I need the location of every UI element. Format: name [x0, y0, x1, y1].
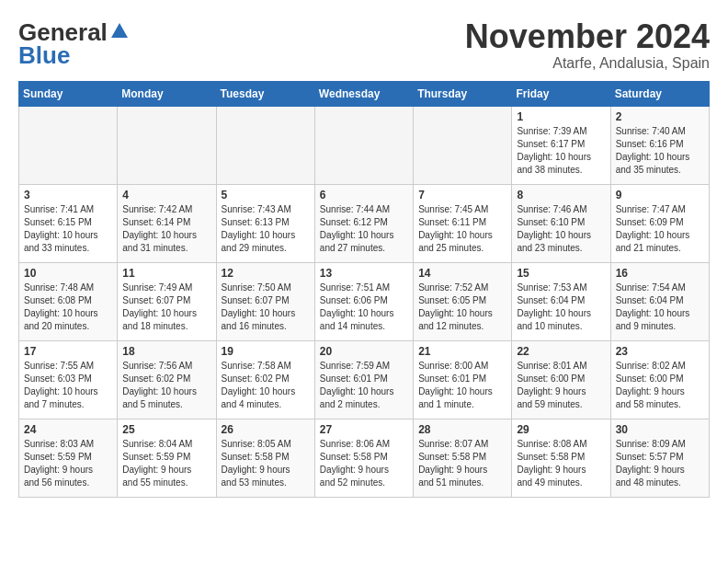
calendar-cell: 22Sunrise: 8:01 AM Sunset: 6:00 PM Dayli… — [512, 340, 610, 419]
day-number: 9 — [616, 189, 704, 201]
calendar-cell: 24Sunrise: 8:03 AM Sunset: 5:59 PM Dayli… — [19, 419, 118, 497]
cell-content: Sunrise: 7:47 AM Sunset: 6:09 PM Dayligh… — [616, 203, 704, 255]
cell-content: Sunrise: 7:51 AM Sunset: 6:06 PM Dayligh… — [320, 282, 408, 333]
calendar-cell: 8Sunrise: 7:46 AM Sunset: 6:10 PM Daylig… — [512, 184, 610, 262]
day-number: 18 — [122, 345, 210, 358]
calendar-cell: 30Sunrise: 8:09 AM Sunset: 5:57 PM Dayli… — [610, 419, 709, 497]
cell-content: Sunrise: 8:06 AM Sunset: 5:58 PM Dayligh… — [320, 438, 408, 489]
day-number: 22 — [517, 345, 605, 358]
cell-content: Sunrise: 8:01 AM Sunset: 6:00 PM Dayligh… — [517, 360, 605, 411]
calendar-cell: 15Sunrise: 7:53 AM Sunset: 6:04 PM Dayli… — [512, 262, 610, 340]
calendar-cell: 26Sunrise: 8:05 AM Sunset: 5:58 PM Dayli… — [216, 419, 314, 497]
calendar-cell: 29Sunrise: 8:08 AM Sunset: 5:58 PM Dayli… — [512, 419, 610, 497]
calendar-cell — [314, 106, 413, 184]
cell-content: Sunrise: 7:48 AM Sunset: 6:08 PM Dayligh… — [24, 282, 112, 333]
calendar-cell: 3Sunrise: 7:41 AM Sunset: 6:15 PM Daylig… — [19, 184, 118, 262]
calendar-cell: 13Sunrise: 7:51 AM Sunset: 6:06 PM Dayli… — [314, 262, 413, 340]
day-number: 16 — [616, 267, 704, 280]
month-title: November 2024 — [465, 18, 710, 55]
day-number: 29 — [517, 423, 605, 436]
cell-content: Sunrise: 8:04 AM Sunset: 5:59 PM Dayligh… — [122, 438, 210, 489]
calendar-cell: 27Sunrise: 8:06 AM Sunset: 5:58 PM Dayli… — [314, 419, 413, 497]
calendar-cell: 25Sunrise: 8:04 AM Sunset: 5:59 PM Dayli… — [118, 419, 216, 497]
calendar-cell — [118, 106, 216, 184]
day-number: 19 — [222, 345, 310, 358]
calendar-cell: 9Sunrise: 7:47 AM Sunset: 6:09 PM Daylig… — [610, 184, 709, 262]
cell-content: Sunrise: 8:02 AM Sunset: 6:00 PM Dayligh… — [616, 360, 704, 411]
calendar-cell: 20Sunrise: 7:59 AM Sunset: 6:01 PM Dayli… — [314, 340, 413, 419]
cell-content: Sunrise: 7:53 AM Sunset: 6:04 PM Dayligh… — [517, 282, 605, 333]
cell-content: Sunrise: 7:43 AM Sunset: 6:13 PM Dayligh… — [222, 203, 310, 255]
calendar-cell: 12Sunrise: 7:50 AM Sunset: 6:07 PM Dayli… — [216, 262, 314, 340]
day-number: 20 — [320, 345, 408, 358]
cell-content: Sunrise: 7:49 AM Sunset: 6:07 PM Dayligh… — [122, 282, 210, 333]
calendar-cell: 16Sunrise: 7:54 AM Sunset: 6:04 PM Dayli… — [610, 262, 709, 340]
day-number: 12 — [222, 267, 310, 280]
cell-content: Sunrise: 7:46 AM Sunset: 6:10 PM Dayligh… — [517, 203, 605, 255]
calendar-cell: 28Sunrise: 8:07 AM Sunset: 5:58 PM Dayli… — [414, 419, 512, 497]
calendar-cell — [216, 106, 314, 184]
col-header-wednesday: Wednesday — [314, 81, 413, 106]
col-header-saturday: Saturday — [610, 81, 709, 106]
day-number: 27 — [320, 423, 408, 436]
cell-content: Sunrise: 7:41 AM Sunset: 6:15 PM Dayligh… — [24, 203, 112, 255]
calendar-cell: 7Sunrise: 7:45 AM Sunset: 6:11 PM Daylig… — [414, 184, 512, 262]
cell-content: Sunrise: 7:39 AM Sunset: 6:17 PM Dayligh… — [517, 125, 605, 177]
day-number: 28 — [418, 423, 506, 436]
cell-content: Sunrise: 7:59 AM Sunset: 6:01 PM Dayligh… — [320, 360, 408, 411]
cell-content: Sunrise: 7:40 AM Sunset: 6:16 PM Dayligh… — [616, 125, 704, 177]
cell-content: Sunrise: 7:54 AM Sunset: 6:04 PM Dayligh… — [616, 282, 704, 333]
col-header-tuesday: Tuesday — [216, 81, 314, 106]
calendar-table: SundayMondayTuesdayWednesdayThursdayFrid… — [18, 81, 710, 498]
day-number: 24 — [24, 423, 112, 436]
calendar-cell: 1Sunrise: 7:39 AM Sunset: 6:17 PM Daylig… — [512, 106, 610, 184]
calendar-cell: 17Sunrise: 7:55 AM Sunset: 6:03 PM Dayli… — [19, 340, 118, 419]
col-header-monday: Monday — [118, 81, 216, 106]
cell-content: Sunrise: 7:58 AM Sunset: 6:02 PM Dayligh… — [222, 360, 310, 411]
calendar-cell: 21Sunrise: 8:00 AM Sunset: 6:01 PM Dayli… — [414, 340, 512, 419]
day-number: 23 — [616, 345, 704, 358]
svg-marker-0 — [111, 23, 128, 38]
cell-content: Sunrise: 8:09 AM Sunset: 5:57 PM Dayligh… — [616, 438, 704, 489]
col-header-sunday: Sunday — [19, 81, 118, 106]
calendar-cell: 19Sunrise: 7:58 AM Sunset: 6:02 PM Dayli… — [216, 340, 314, 419]
day-number: 10 — [24, 267, 112, 280]
calendar-cell: 23Sunrise: 8:02 AM Sunset: 6:00 PM Dayli… — [610, 340, 709, 419]
calendar-cell: 5Sunrise: 7:43 AM Sunset: 6:13 PM Daylig… — [216, 184, 314, 262]
day-number: 11 — [122, 267, 210, 280]
week-row-2: 3Sunrise: 7:41 AM Sunset: 6:15 PM Daylig… — [19, 184, 710, 262]
day-number: 7 — [418, 189, 506, 201]
cell-content: Sunrise: 7:55 AM Sunset: 6:03 PM Dayligh… — [24, 360, 112, 411]
calendar-cell: 14Sunrise: 7:52 AM Sunset: 6:05 PM Dayli… — [414, 262, 512, 340]
cell-content: Sunrise: 8:07 AM Sunset: 5:58 PM Dayligh… — [418, 438, 506, 489]
week-row-5: 24Sunrise: 8:03 AM Sunset: 5:59 PM Dayli… — [19, 419, 710, 497]
cell-content: Sunrise: 8:08 AM Sunset: 5:58 PM Dayligh… — [517, 438, 605, 489]
cell-content: Sunrise: 8:00 AM Sunset: 6:01 PM Dayligh… — [418, 360, 506, 411]
week-row-3: 10Sunrise: 7:48 AM Sunset: 6:08 PM Dayli… — [19, 262, 710, 340]
day-number: 14 — [418, 267, 506, 280]
header-row: SundayMondayTuesdayWednesdayThursdayFrid… — [19, 81, 710, 106]
week-row-4: 17Sunrise: 7:55 AM Sunset: 6:03 PM Dayli… — [19, 340, 710, 419]
day-number: 6 — [320, 189, 408, 201]
location: Atarfe, Andalusia, Spain — [465, 55, 710, 72]
day-number: 26 — [222, 423, 310, 436]
cell-content: Sunrise: 7:52 AM Sunset: 6:05 PM Dayligh… — [418, 282, 506, 333]
cell-content: Sunrise: 8:05 AM Sunset: 5:58 PM Dayligh… — [222, 438, 310, 489]
cell-content: Sunrise: 7:56 AM Sunset: 6:02 PM Dayligh… — [122, 360, 210, 411]
day-number: 3 — [24, 189, 112, 201]
cell-content: Sunrise: 7:44 AM Sunset: 6:12 PM Dayligh… — [320, 203, 408, 255]
day-number: 25 — [122, 423, 210, 436]
day-number: 5 — [222, 189, 310, 201]
calendar-cell: 10Sunrise: 7:48 AM Sunset: 6:08 PM Dayli… — [19, 262, 118, 340]
day-number: 30 — [616, 423, 704, 436]
day-number: 13 — [320, 267, 408, 280]
day-number: 4 — [122, 189, 210, 201]
calendar-cell: 18Sunrise: 7:56 AM Sunset: 6:02 PM Dayli… — [118, 340, 216, 419]
day-number: 17 — [24, 345, 112, 358]
title-block: November 2024 Atarfe, Andalusia, Spain — [465, 18, 710, 72]
calendar-cell: 4Sunrise: 7:42 AM Sunset: 6:14 PM Daylig… — [118, 184, 216, 262]
logo-icon — [109, 21, 130, 41]
col-header-friday: Friday — [512, 81, 610, 106]
calendar-cell: 6Sunrise: 7:44 AM Sunset: 6:12 PM Daylig… — [314, 184, 413, 262]
day-number: 21 — [418, 345, 506, 358]
